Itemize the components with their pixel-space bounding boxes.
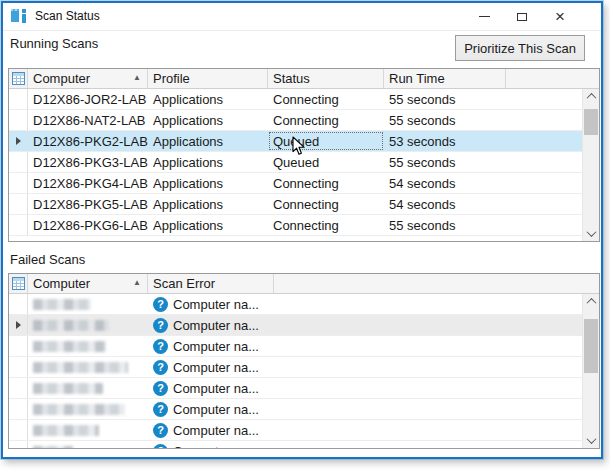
cell-profile[interactable]: Applications: [148, 173, 268, 193]
failed-scans-scrollbar[interactable]: [582, 294, 599, 448]
cell-runtime[interactable]: 55 seconds: [384, 215, 506, 235]
column-header-profile[interactable]: Profile: [148, 69, 268, 88]
cell-profile[interactable]: Applications: [148, 194, 268, 214]
cell-computer[interactable]: D12X86-PKG6-LAB: [28, 215, 148, 235]
scan-error-text: Computer na...: [173, 297, 259, 312]
cell-computer-redacted[interactable]: [28, 399, 148, 419]
cell-scan-error[interactable]: ?Computer na...: [148, 420, 274, 440]
scroll-up-button[interactable]: [583, 294, 599, 309]
cell-runtime[interactable]: 55 seconds: [384, 152, 506, 172]
column-header-status[interactable]: Status: [268, 69, 384, 88]
cell-scan-error[interactable]: ?Computer na...: [148, 441, 274, 448]
cell-computer[interactable]: D12X86-PKG2-LAB: [28, 131, 148, 151]
cell-computer[interactable]: D12X86-PKG4-LAB: [28, 173, 148, 193]
row-selector[interactable]: [9, 399, 28, 419]
cell-computer[interactable]: D12X86-PKG3-LAB: [28, 152, 148, 172]
cell-scan-error[interactable]: ?Computer na...: [148, 357, 274, 377]
cell-runtime[interactable]: 54 seconds: [384, 194, 506, 214]
scroll-down-button[interactable]: [583, 433, 599, 448]
redacted-computer-name: [33, 383, 103, 394]
cell-computer-redacted[interactable]: [28, 357, 148, 377]
minimize-button[interactable]: [465, 3, 503, 30]
table-row: D12X86-JOR2-LAB Applications Connecting …: [9, 89, 582, 110]
cell-status-focused[interactable]: Queued: [268, 131, 384, 151]
column-header-scan-error[interactable]: Scan Error: [148, 274, 274, 293]
titlebar[interactable]: Scan Status ×: [3, 3, 601, 31]
cell-computer-redacted[interactable]: [28, 315, 148, 335]
cell-scan-error[interactable]: ?Computer na...: [148, 315, 274, 335]
question-mark-icon: ?: [153, 318, 168, 333]
scrollbar-thumb[interactable]: [584, 319, 598, 373]
app-icon: [10, 7, 28, 25]
row-selector[interactable]: [9, 336, 28, 356]
row-selector[interactable]: [9, 441, 28, 448]
row-selector[interactable]: [9, 152, 28, 172]
row-selector[interactable]: [9, 194, 28, 214]
cell-computer-redacted[interactable]: [28, 441, 148, 448]
chevron-down-icon: [586, 227, 596, 237]
cell-computer[interactable]: D12X86-NAT2-LAB: [28, 110, 148, 130]
column-header-computer[interactable]: Computer ▲: [28, 69, 148, 88]
column-header-computer[interactable]: Computer ▲: [28, 274, 148, 293]
failed-scans-table: Computer ▲ Scan Error ?Computer na... ?C…: [8, 273, 600, 449]
row-selector[interactable]: [9, 131, 28, 151]
cell-runtime[interactable]: 55 seconds: [384, 110, 506, 130]
prioritize-scan-button[interactable]: Prioritize This Scan: [455, 35, 585, 61]
cell-profile[interactable]: Applications: [148, 215, 268, 235]
cell-runtime[interactable]: 55 seconds: [384, 89, 506, 109]
cell-scan-error[interactable]: ?Computer na...: [148, 399, 274, 419]
cell-computer[interactable]: D12X86-PKG5-LAB: [28, 194, 148, 214]
row-selector[interactable]: [9, 420, 28, 440]
row-selector[interactable]: [9, 89, 28, 109]
column-header-runtime[interactable]: Run Time: [384, 69, 506, 88]
column-header-filler: [274, 274, 599, 293]
maximize-button[interactable]: [503, 3, 541, 30]
select-all-corner[interactable]: [9, 69, 28, 88]
close-button[interactable]: ×: [541, 3, 579, 30]
cell-computer-redacted[interactable]: [28, 378, 148, 398]
cell-computer-redacted[interactable]: [28, 294, 148, 314]
scrollbar-thumb[interactable]: [584, 109, 598, 135]
select-all-corner[interactable]: [9, 274, 28, 293]
failed-scans-header: Computer ▲ Scan Error: [9, 274, 599, 294]
running-scans-scrollbar[interactable]: [582, 89, 599, 241]
cell-profile[interactable]: Applications: [148, 89, 268, 109]
running-scans-table: Computer ▲ Profile Status Run Time D12X8…: [8, 68, 600, 242]
cell-scan-error[interactable]: ?Computer na...: [148, 336, 274, 356]
cell-status[interactable]: Connecting: [268, 110, 384, 130]
cell-profile[interactable]: Applications: [148, 131, 268, 151]
column-header-computer-label: Computer: [33, 71, 90, 86]
cell-status[interactable]: Connecting: [268, 194, 384, 214]
cell-profile[interactable]: Applications: [148, 110, 268, 130]
cell-scan-error[interactable]: ?Computer na...: [148, 378, 274, 398]
redacted-computer-name: [33, 341, 106, 352]
cell-runtime[interactable]: 53 seconds: [384, 131, 506, 151]
cell-status[interactable]: Queued: [268, 152, 384, 172]
scroll-down-button[interactable]: [583, 226, 599, 241]
column-header-scan-error-label: Scan Error: [153, 276, 215, 291]
scan-error-text: Computer na...: [173, 339, 259, 354]
cell-scan-error[interactable]: ?Computer na...: [148, 294, 274, 314]
cell-computer-redacted[interactable]: [28, 336, 148, 356]
row-selector[interactable]: [9, 294, 28, 314]
window-controls: ×: [465, 3, 579, 30]
redacted-computer-name: [33, 362, 128, 373]
cell-profile[interactable]: Applications: [148, 152, 268, 172]
app-icon-block: [11, 11, 19, 22]
cell-status[interactable]: Connecting: [268, 173, 384, 193]
cell-runtime[interactable]: 54 seconds: [384, 173, 506, 193]
row-selector[interactable]: [9, 315, 28, 335]
cell-computer-redacted[interactable]: [28, 420, 148, 440]
cell-status[interactable]: Connecting: [268, 215, 384, 235]
failed-scans-body: ?Computer na... ?Computer na... ?Compute…: [9, 294, 582, 448]
cell-computer[interactable]: D12X86-JOR2-LAB: [28, 89, 148, 109]
row-selector[interactable]: [9, 173, 28, 193]
scan-error-text: Computer na...: [173, 423, 259, 438]
row-selector[interactable]: [9, 110, 28, 130]
cell-status[interactable]: Connecting: [268, 89, 384, 109]
row-selector[interactable]: [9, 215, 28, 235]
row-selector[interactable]: [9, 378, 28, 398]
scroll-up-button[interactable]: [583, 89, 599, 104]
sort-ascending-icon: ▲: [133, 279, 141, 287]
row-selector[interactable]: [9, 357, 28, 377]
